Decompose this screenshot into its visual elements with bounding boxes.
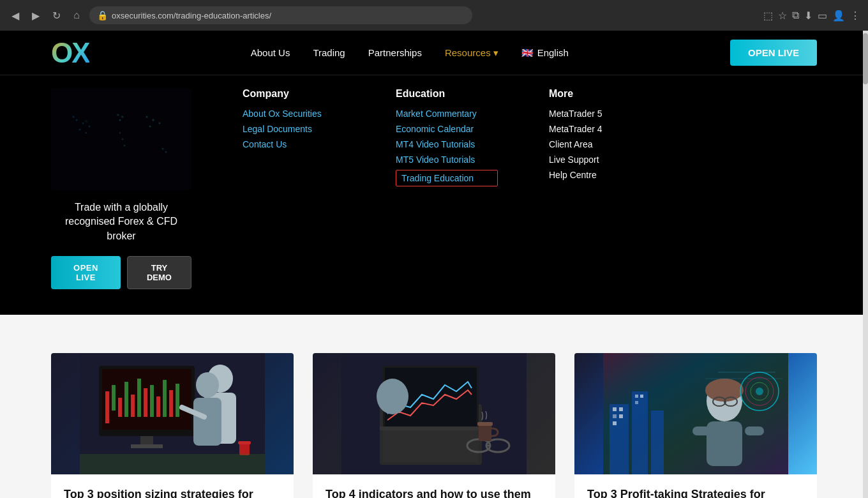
svg-rect-46 [80,454,265,474]
dropdown-try-demo-button[interactable]: TRY DEMO [127,256,191,289]
logo-text: OX [51,37,89,69]
svg-rect-36 [176,384,179,417]
menu-icon[interactable]: ⋮ [850,10,860,22]
svg-rect-27 [118,398,122,417]
article-body-3: Top 3 Profit-taking Strategies for Succe… [574,474,817,498]
logo[interactable]: OX [51,37,89,69]
dropdown-link-about-ox[interactable]: About Ox Securities [243,109,345,119]
hero-tagline: Trade with a globally recognised Forex &… [51,200,191,243]
dropdown-link-contact[interactable]: Contact Us [243,139,345,149]
svg-rect-51 [380,426,482,430]
scrollbar-thumb[interactable] [863,33,868,84]
open-live-header-button[interactable]: OPEN LIVE [730,40,817,66]
svg-point-53 [377,379,408,414]
svg-rect-0 [51,88,191,190]
svg-point-13 [146,116,148,118]
svg-rect-33 [156,396,160,417]
svg-point-41 [196,372,219,398]
nav-resources[interactable]: Resources ▾ [445,47,498,59]
svg-point-7 [117,114,119,116]
article-title-3: Top 3 Profit-taking Strategies for Succe… [587,487,804,498]
svg-rect-67 [619,414,623,418]
education-col-title: Education [396,88,498,100]
dropdown-link-mt4-tutorials[interactable]: MT4 Video Tutorials [396,139,498,149]
svg-rect-63 [651,411,664,474]
main-content: Top 3 position sizing strategies for for… [0,315,868,498]
svg-rect-69 [635,395,638,398]
dropdown-link-legal[interactable]: Legal Documents [243,124,345,134]
svg-rect-75 [692,426,712,435]
nav-about[interactable]: About Us [251,47,290,58]
svg-rect-57 [479,423,491,441]
svg-point-17 [162,148,164,150]
dropdown-link-mt4[interactable]: MetaTrader 4 [549,124,651,134]
website: OX About Us Trading Partnerships Resourc… [0,31,868,315]
svg-point-20 [119,114,123,118]
svg-point-18 [165,151,167,153]
svg-rect-45 [238,441,251,444]
hero-buttons: OPEN LIVE TRY DEMO [51,256,191,289]
svg-rect-30 [137,379,141,417]
svg-point-6 [73,116,75,118]
svg-rect-29 [131,395,135,417]
article-card-3: Top 3 Profit-taking Strategies for Succe… [574,353,817,498]
nav-trading[interactable]: Trading [313,47,345,58]
svg-rect-66 [613,414,617,418]
download-icon[interactable]: ⬇ [804,10,812,22]
dropdown-link-trading-education[interactable]: Trading Education [396,170,498,186]
svg-rect-70 [640,395,643,398]
back-button[interactable]: ◀ [8,8,23,23]
cast-icon[interactable]: ⬚ [763,10,773,22]
dropdown-education-col: Education Market Commentary Economic Cal… [396,88,498,289]
svg-point-15 [159,123,161,124]
svg-point-21 [151,117,156,123]
profile-icon[interactable]: 👤 [832,10,845,22]
svg-rect-74 [707,421,742,466]
articles-grid: Top 3 position sizing strategies for for… [51,353,817,498]
nav-partnerships[interactable]: Partnerships [368,47,422,58]
extensions-icon[interactable]: ⧉ [792,10,799,21]
dropdown-link-market-commentary[interactable]: Market Commentary [396,109,498,119]
svg-rect-60 [603,353,788,474]
sidebar-icon[interactable]: ▭ [818,10,827,22]
dropdown-link-economic-calendar[interactable]: Economic Calendar [396,124,498,134]
dropdown-open-live-button[interactable]: OPEN LIVE [51,256,121,289]
svg-point-3 [89,126,91,128]
dropdown-company-col: Company About Ox Securities Legal Docume… [243,88,345,289]
dropdown-link-mt5[interactable]: MetaTrader 5 [549,109,651,119]
svg-point-2 [82,123,84,124]
refresh-button[interactable]: ↻ [49,8,64,23]
dropdown-menu: Trade with a globally recognised Forex &… [0,75,868,315]
company-col-title: Company [243,88,345,100]
svg-point-9 [119,119,121,121]
svg-point-12 [124,145,126,147]
article-card-1: Top 3 position sizing strategies for for… [51,353,294,498]
article-body-2: Top 4 indicators and how to use them for… [313,474,555,498]
header: OX About Us Trading Partnerships Resourc… [0,31,868,75]
svg-point-83 [756,388,763,395]
dropdown-link-live-support[interactable]: Live Support [549,155,651,165]
dropdown-link-help-centre[interactable]: Help Centre [549,170,651,180]
home-button[interactable]: ⌂ [69,8,84,23]
svg-rect-35 [169,390,173,417]
article-title-2: Top 4 indicators and how to use them for… [326,487,542,498]
dropdown-more-col: More MetaTrader 5 MetaTrader 4 Client Ar… [549,88,651,289]
nav-language[interactable]: 🇬🇧 English [521,47,569,59]
scrollbar[interactable] [863,31,868,498]
svg-rect-58 [477,422,493,426]
svg-rect-26 [112,385,116,411]
svg-rect-62 [632,391,648,474]
forward-button[interactable]: ▶ [28,8,43,23]
svg-rect-64 [613,407,617,411]
url-text: oxsecurities.com/trading-education-artic… [112,11,465,20]
svg-point-11 [122,139,124,140]
bookmark-icon[interactable]: ☆ [778,10,787,22]
address-bar[interactable]: 🔒 oxsecurities.com/trading-education-art… [89,6,472,24]
article-image-3 [574,353,817,474]
dropdown-link-client-area[interactable]: Client Area [549,139,651,149]
svg-rect-31 [144,388,147,417]
svg-point-19 [84,119,89,124]
article-card-2: Top 4 indicators and how to use them for… [313,353,555,498]
dropdown-link-mt5-tutorials[interactable]: MT5 Video Tutorials [396,155,498,165]
article-image-1 [51,353,294,474]
